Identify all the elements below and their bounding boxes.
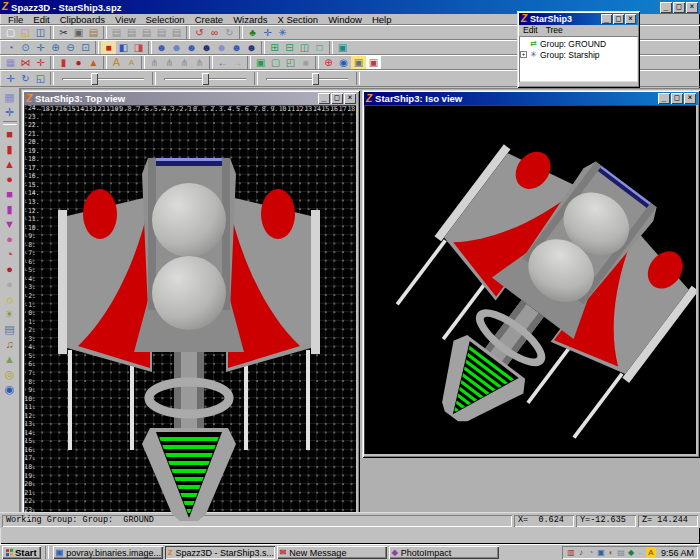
cone-primitive-icon[interactable]: ▲ bbox=[2, 157, 18, 171]
terrain-icon[interactable]: ▲ bbox=[2, 352, 18, 366]
text-small-icon[interactable]: A bbox=[124, 56, 139, 69]
hierarchy-4-icon[interactable]: ⋔ bbox=[192, 56, 207, 69]
tree-window-titlebar[interactable]: Z StarShip3 _ □ × bbox=[519, 13, 638, 25]
tray-textart-icon[interactable]: A bbox=[646, 547, 656, 558]
help-lifesaver-icon[interactable]: ⊕ bbox=[321, 56, 336, 69]
paste-special-1-icon[interactable]: ▤ bbox=[109, 26, 124, 39]
world-icon[interactable]: ◉ bbox=[2, 382, 18, 396]
top-view-titlebar[interactable]: Z StarShip3: Top view _ □ × bbox=[24, 92, 358, 105]
pan-tool-icon[interactable]: ✛ bbox=[33, 41, 48, 54]
detail-slider-2[interactable] bbox=[162, 72, 248, 86]
paste-special-3-icon[interactable]: ▤ bbox=[139, 26, 154, 39]
taskbar-button-povray-binaries-image[interactable]: ▣povray.binaries.image... bbox=[53, 546, 163, 559]
view-top-icon[interactable]: ☻ bbox=[214, 41, 229, 54]
backdrop-icon[interactable]: ▤ bbox=[2, 322, 18, 336]
tray-volume-icon[interactable]: ♪ bbox=[576, 547, 586, 558]
tray-graphics-icon[interactable]: ◆ bbox=[626, 547, 636, 558]
stop-icon[interactable]: ● bbox=[71, 56, 86, 69]
minimize-button[interactable]: _ bbox=[660, 2, 672, 13]
tray-modem-icon[interactable]: ▤ bbox=[616, 547, 626, 558]
maximize-button[interactable]: □ bbox=[671, 93, 683, 104]
redo-icon[interactable]: ↻ bbox=[222, 26, 237, 39]
indent-sphere-icon[interactable]: ● bbox=[2, 262, 18, 276]
zoom-out-icon[interactable]: ⊖ bbox=[63, 41, 78, 54]
close-button[interactable]: × bbox=[625, 14, 636, 24]
layout-quad-icon[interactable]: ⊞ bbox=[267, 41, 282, 54]
view-camera-icon[interactable]: ☻ bbox=[244, 41, 259, 54]
move-tool-icon[interactable]: ✛ bbox=[3, 72, 18, 85]
menu-file[interactable]: File bbox=[3, 14, 28, 25]
close-button[interactable]: × bbox=[684, 93, 696, 104]
pyramid-magenta-icon[interactable]: ▼ bbox=[2, 217, 18, 231]
menu-tree[interactable]: Tree bbox=[542, 25, 567, 35]
copy-group-icon[interactable]: ◰ bbox=[283, 56, 298, 69]
minimize-button[interactable]: _ bbox=[658, 93, 670, 104]
tray-power-icon[interactable]: ◐ bbox=[606, 547, 616, 558]
open-folder-icon[interactable]: ◱ bbox=[18, 26, 33, 39]
copy-node-icon[interactable]: ▢ bbox=[268, 56, 283, 69]
cylinder-magenta-icon[interactable]: ▮ bbox=[2, 202, 18, 216]
menu-x-section[interactable]: X Section bbox=[272, 14, 323, 25]
text-large-icon[interactable]: A bbox=[109, 56, 124, 69]
vertex-edit-icon[interactable]: ⋈ bbox=[18, 56, 33, 69]
taskbar-button-photoimpact[interactable]: ◈PhotoImpact bbox=[389, 546, 499, 559]
disabled-sphere-icon[interactable]: ● bbox=[2, 277, 18, 291]
tray-scheduler-icon[interactable]: ◔ bbox=[586, 547, 596, 558]
bulb-light-icon[interactable]: ☼ bbox=[2, 292, 18, 306]
undo-icon[interactable]: ↺ bbox=[192, 26, 207, 39]
snap-grid-icon[interactable]: ▦ bbox=[3, 56, 18, 69]
cylinder-primitive-icon[interactable]: ▮ bbox=[2, 142, 18, 156]
paste-special-5-icon[interactable]: ▤ bbox=[169, 26, 184, 39]
close-button[interactable]: × bbox=[344, 93, 356, 104]
placement-tool-icon[interactable]: ◱ bbox=[33, 72, 48, 85]
tray-fax-icon[interactable]: ▥ bbox=[566, 547, 576, 558]
viewpoint-icon[interactable]: ◎ bbox=[2, 367, 18, 381]
axis-rotate-icon[interactable]: ✳ bbox=[275, 26, 290, 39]
cut-icon[interactable]: ✂ bbox=[56, 26, 71, 39]
new-file-icon[interactable]: ▢ bbox=[3, 26, 18, 39]
paste-special-4-icon[interactable]: ▤ bbox=[154, 26, 169, 39]
zoom-in-icon[interactable]: ⊕ bbox=[48, 41, 63, 54]
detail-slider-1[interactable] bbox=[60, 72, 146, 86]
view-left-icon[interactable]: ☻ bbox=[184, 41, 199, 54]
detail-slider-3[interactable] bbox=[264, 72, 350, 86]
axis-widget-icon[interactable]: ✛ bbox=[260, 26, 275, 39]
menu-wizards[interactable]: Wizards bbox=[228, 14, 272, 25]
rotate-tool-icon[interactable]: ↻ bbox=[18, 72, 33, 85]
menu-edit[interactable]: Edit bbox=[28, 14, 54, 25]
world-globe-icon[interactable]: ◉ bbox=[336, 56, 351, 69]
view-front-icon[interactable]: ☻ bbox=[154, 41, 169, 54]
menu-edit[interactable]: Edit bbox=[519, 25, 542, 35]
box-magenta-icon[interactable]: ■ bbox=[2, 187, 18, 201]
sphere-primitive-icon[interactable]: ● bbox=[2, 172, 18, 186]
image-properties-icon[interactable]: ▣ bbox=[351, 56, 366, 69]
layout-horizontal-icon[interactable]: ⊟ bbox=[282, 41, 297, 54]
lathe-vase-icon[interactable]: ● bbox=[2, 232, 18, 246]
spot-light-icon[interactable]: ☀ bbox=[2, 307, 18, 321]
sound-icon[interactable]: ♫ bbox=[2, 337, 18, 351]
save-icon[interactable]: ◫ bbox=[33, 26, 48, 39]
tray-display-icon[interactable]: ▣ bbox=[596, 547, 606, 558]
crosshair-icon[interactable]: ✛ bbox=[33, 56, 48, 69]
hierarchy-2-icon[interactable]: ⋔ bbox=[162, 56, 177, 69]
zoom-extents-icon[interactable]: ⊡ bbox=[78, 41, 93, 54]
copy-icon[interactable]: ▣ bbox=[71, 26, 86, 39]
taskbar-button-spazz3d-starship3-s[interactable]: ZSpazz3D - StarShip3.s... bbox=[165, 546, 275, 559]
paste-special-2-icon[interactable]: ▤ bbox=[124, 26, 139, 39]
gray-cube-icon[interactable]: ■ bbox=[298, 56, 313, 69]
paste-icon[interactable]: ▤ bbox=[86, 26, 101, 39]
copy-branch-icon[interactable]: ▣ bbox=[253, 56, 268, 69]
menu-clipboards[interactable]: Clipboards bbox=[55, 14, 110, 25]
minimize-button[interactable]: _ bbox=[601, 14, 612, 24]
tray-update-icon[interactable]: ← bbox=[636, 547, 646, 558]
expand-icon[interactable]: + bbox=[520, 51, 527, 58]
scene-tree-icon[interactable]: ♣ bbox=[245, 26, 260, 39]
zoom-tool-icon[interactable]: ⊙ bbox=[18, 41, 33, 54]
iso-view-canvas[interactable] bbox=[364, 105, 696, 454]
hierarchy-1-icon[interactable]: ⋔ bbox=[147, 56, 162, 69]
flame-icon[interactable]: ▲ bbox=[86, 56, 101, 69]
mini-grid-icon[interactable]: ▦ bbox=[2, 90, 18, 104]
render-camera-icon[interactable]: ◨ bbox=[131, 41, 146, 54]
maximize-button[interactable]: □ bbox=[673, 2, 685, 13]
taskbar-button-new-message[interactable]: ✉New Message bbox=[277, 546, 387, 559]
